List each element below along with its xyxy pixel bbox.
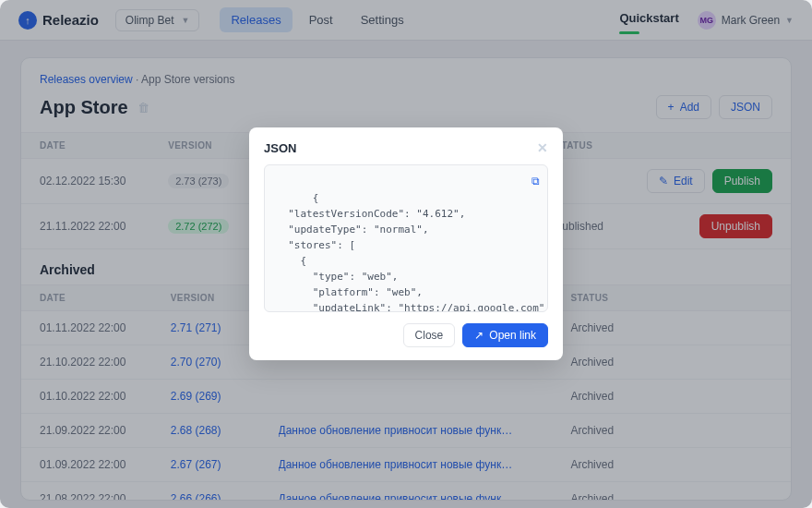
- close-button[interactable]: Close: [403, 323, 456, 347]
- modal-title: JSON: [264, 141, 296, 155]
- copy-icon[interactable]: ⧉: [531, 173, 540, 190]
- close-icon[interactable]: ✕: [537, 140, 548, 155]
- json-modal: JSON ✕ ⧉{ "latestVersionCode": "4.612", …: [249, 127, 563, 360]
- modal-overlay[interactable]: JSON ✕ ⧉{ "latestVersionCode": "4.612", …: [0, 0, 812, 508]
- json-code: ⧉{ "latestVersionCode": "4.612", "update…: [264, 164, 548, 312]
- open-link-button[interactable]: ↗Open link: [462, 323, 548, 347]
- external-link-icon: ↗: [474, 329, 484, 342]
